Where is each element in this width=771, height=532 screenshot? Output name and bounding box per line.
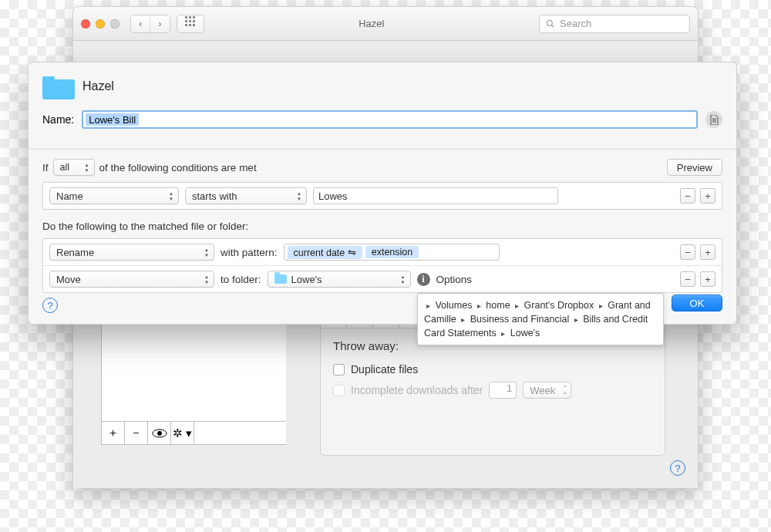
- pattern-label: with pattern:: [221, 247, 278, 258]
- svg-point-12: [157, 431, 162, 436]
- duplicate-files-label: Duplicate files: [351, 363, 418, 375]
- svg-rect-4: [189, 20, 191, 22]
- titlebar: ‹ › Hazel Search: [73, 7, 698, 41]
- svg-point-9: [547, 20, 553, 25]
- conditions-header-row: If all of the following conditions are m…: [42, 159, 722, 176]
- ok-button[interactable]: OK: [672, 295, 722, 311]
- token-extension[interactable]: extension: [365, 246, 419, 258]
- sheet-footer: ? ▸ Volumes ▸ home ▸ Grant's Dropbox ▸ G…: [29, 293, 736, 313]
- preview-button[interactable]: Preview: [667, 159, 722, 176]
- incomplete-downloads-row: Incomplete downloads after 1 Week: [333, 382, 652, 399]
- destination-folder-popup[interactable]: Lowe's: [268, 271, 411, 288]
- nav-forward-button[interactable]: ›: [150, 15, 169, 32]
- action-verb-popup[interactable]: Move: [49, 271, 214, 288]
- search-placeholder: Search: [560, 18, 591, 29]
- svg-rect-5: [193, 20, 195, 22]
- token-current-date[interactable]: current date ⇋: [288, 246, 362, 259]
- gear-menu-button[interactable]: ✲ ▾: [171, 422, 194, 444]
- svg-rect-2: [193, 16, 195, 19]
- rule-name-value: Lowe's Bill: [86, 113, 139, 126]
- search-input[interactable]: Search: [539, 15, 690, 33]
- incomplete-downloads-label: Incomplete downloads after: [351, 384, 483, 396]
- actions-table: Rename with pattern: current date ⇋ exte…: [42, 238, 722, 293]
- svg-rect-3: [185, 20, 187, 22]
- duplicate-files-row[interactable]: Duplicate files: [333, 363, 652, 375]
- options-label[interactable]: Options: [436, 274, 473, 285]
- conditions-table: Name starts with Lowes − +: [42, 182, 722, 210]
- traffic-lights: [81, 19, 120, 29]
- disabled-window-button: [110, 19, 120, 29]
- condition-value-field[interactable]: Lowes: [313, 187, 558, 204]
- svg-rect-8: [193, 24, 195, 26]
- svg-rect-0: [185, 16, 187, 19]
- folder-header: Hazel: [42, 73, 722, 99]
- info-button[interactable]: i: [417, 273, 430, 286]
- svg-line-10: [552, 25, 554, 27]
- sheet-help-button[interactable]: ?: [42, 298, 58, 313]
- if-prefix: If: [42, 162, 49, 173]
- folder-label: to folder:: [221, 274, 261, 285]
- actions-header: Do the following to the matched file or …: [42, 221, 722, 232]
- eye-icon: [152, 429, 167, 438]
- folder-icon: [274, 274, 287, 284]
- condition-row: Name starts with Lowes − +: [43, 183, 722, 209]
- remove-rule-button[interactable]: －: [125, 422, 148, 444]
- if-mode-popup[interactable]: all: [53, 159, 95, 176]
- incomplete-downloads-checkbox[interactable]: [333, 385, 345, 396]
- help-button[interactable]: ?: [670, 460, 685, 476]
- action-row-rename: Rename with pattern: current date ⇋ exte…: [43, 239, 722, 265]
- duplicate-files-checkbox[interactable]: [333, 364, 345, 375]
- search-icon: [546, 19, 555, 29]
- add-rule-button[interactable]: ＋: [102, 422, 125, 444]
- rule-editor-sheet: Hazel Name: Lowe's Bill If all of the fo…: [28, 62, 737, 325]
- window-title: Hazel: [210, 18, 533, 29]
- add-action-button[interactable]: +: [700, 244, 715, 260]
- preview-toggle-button[interactable]: [148, 422, 171, 444]
- rule-name-input[interactable]: Lowe's Bill: [82, 110, 698, 129]
- minimize-window-button[interactable]: [96, 19, 105, 29]
- svg-rect-7: [189, 24, 191, 26]
- pattern-token-field[interactable]: current date ⇋ extension: [284, 244, 500, 261]
- rules-list-toolbar: ＋ － ✲ ▾: [102, 421, 286, 444]
- rule-name-row: Name: Lowe's Bill: [42, 110, 722, 129]
- remove-action-button[interactable]: −: [680, 271, 695, 287]
- folder-path-tooltip: ▸ Volumes ▸ home ▸ Grant's Dropbox ▸ Gra…: [417, 293, 664, 345]
- incomplete-unit-popup[interactable]: Week: [523, 382, 571, 399]
- svg-rect-1: [189, 16, 191, 19]
- remove-action-button[interactable]: −: [680, 244, 695, 260]
- document-icon: [710, 115, 719, 125]
- folder-name: Hazel: [82, 79, 114, 93]
- nav-back-forward[interactable]: ‹ ›: [130, 15, 170, 33]
- condition-attribute-popup[interactable]: Name: [49, 187, 179, 204]
- folder-icon: [42, 73, 75, 99]
- remove-condition-button[interactable]: −: [680, 188, 695, 204]
- svg-rect-6: [185, 24, 187, 26]
- notes-button[interactable]: [705, 111, 722, 128]
- grid-button[interactable]: [177, 15, 204, 33]
- incomplete-value-field[interactable]: 1: [489, 382, 517, 399]
- action-row-move: Move to folder: Lowe's i Options − +: [43, 265, 722, 292]
- name-label: Name:: [42, 113, 74, 126]
- close-window-button[interactable]: [81, 19, 90, 29]
- nav-back-button[interactable]: ‹: [131, 15, 150, 32]
- condition-operator-popup[interactable]: starts with: [185, 187, 307, 204]
- if-suffix: of the following conditions are met: [99, 162, 257, 173]
- action-verb-popup[interactable]: Rename: [49, 244, 214, 261]
- add-condition-button[interactable]: +: [700, 188, 715, 204]
- add-action-button[interactable]: +: [700, 271, 715, 287]
- grid-icon: [177, 15, 204, 32]
